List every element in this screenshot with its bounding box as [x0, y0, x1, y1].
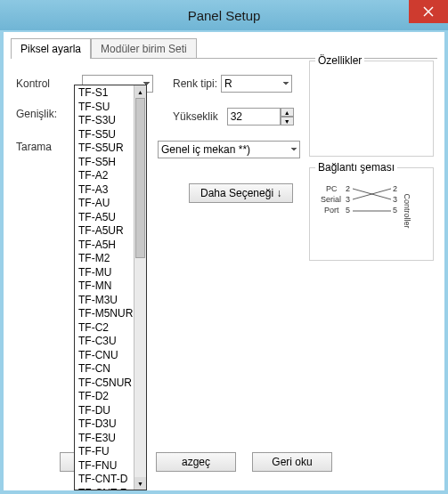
- scroll-track[interactable]: [134, 98, 146, 477]
- svg-text:2: 2: [346, 184, 350, 193]
- tab-pixel-settings[interactable]: Piksel ayarla: [11, 38, 91, 59]
- label-scan: Tarama: [16, 141, 82, 153]
- readback-button[interactable]: Geri oku: [252, 452, 332, 472]
- height-spinner[interactable]: ▲ ▼: [281, 108, 294, 126]
- svg-text:3: 3: [346, 195, 350, 204]
- conn-port-label: Port: [324, 206, 339, 215]
- label-width: Genişlik:: [16, 108, 82, 120]
- tab-module-unit-set[interactable]: Modüler birim Seti: [91, 38, 197, 59]
- connection-diagram: PC Serial Port 2 3 5 2 3 5 Controller: [317, 175, 433, 229]
- scroll-up-arrow[interactable]: ▲: [134, 85, 146, 98]
- client-area: Piksel ayarla Modüler birim Seti Kontrol…: [4, 32, 444, 490]
- label-color-type: Renk tipi:: [173, 77, 217, 90]
- color-type-select[interactable]: R: [221, 75, 292, 93]
- close-button[interactable]: [409, 0, 448, 23]
- features-title: Özellikler: [315, 54, 364, 67]
- connection-title: Bağlantı şeması: [315, 161, 397, 174]
- scan-select[interactable]: Genel iç mekan **): [158, 141, 300, 158]
- svg-text:5: 5: [393, 206, 397, 215]
- cancel-button[interactable]: azgeç: [156, 452, 236, 472]
- label-control: Kontrol: [16, 77, 82, 90]
- tabstrip: Piksel ayarla Modüler birim Seti: [11, 37, 437, 58]
- connection-group: Bağlantı şeması PC Serial Port 2 3 5 2 3…: [309, 167, 434, 261]
- height-spin-down[interactable]: ▼: [281, 117, 294, 126]
- height-input[interactable]: [227, 108, 281, 126]
- more-options-button[interactable]: Daha Seçeneği ↓: [189, 183, 293, 203]
- scroll-thumb[interactable]: [135, 98, 145, 258]
- control-dropdown-list[interactable]: TF-S1TF-SUTF-S3UTF-S5UTF-S5URTF-S5HTF-A2…: [74, 85, 147, 490]
- close-icon: [423, 6, 434, 17]
- window-titlebar: Panel Setup: [0, 0, 448, 30]
- svg-text:5: 5: [346, 206, 350, 215]
- svg-text:Controller: Controller: [403, 193, 411, 228]
- svg-text:2: 2: [393, 184, 397, 193]
- conn-pc-label: PC: [326, 184, 338, 193]
- features-group: Özellikler: [309, 61, 434, 157]
- height-spin-up[interactable]: ▲: [281, 108, 294, 117]
- scroll-down-arrow[interactable]: ▼: [134, 477, 146, 490]
- svg-text:3: 3: [393, 195, 397, 204]
- label-height: Yükseklik: [173, 110, 218, 123]
- conn-serial-label: Serial: [321, 195, 341, 204]
- window-title: Panel Setup: [188, 8, 261, 23]
- dropdown-scrollbar[interactable]: ▲ ▼: [134, 85, 146, 490]
